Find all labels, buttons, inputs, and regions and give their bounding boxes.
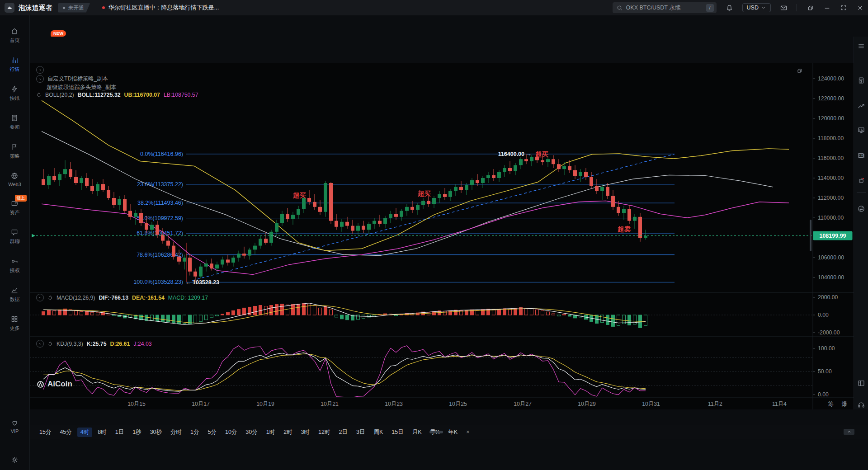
- window-close-icon[interactable]: [857, 5, 863, 11]
- rail-etf-icon[interactable]: ETF: [857, 151, 865, 160]
- sidebar-item-Web3[interactable]: Web3: [8, 172, 21, 187]
- sidebar-item-要闻[interactable]: 要闻: [8, 114, 21, 131]
- price-chart-svg[interactable]: 0.0%(116416.96)23.6%(113375.22)38.2%(111…: [30, 63, 854, 409]
- sidebar-item-行情[interactable]: 行情: [8, 56, 21, 73]
- currency-select[interactable]: USD: [742, 3, 771, 12]
- macd-title[interactable]: MACD(12,26,9): [57, 295, 95, 301]
- close-interval-bar-button[interactable]: ×: [463, 428, 472, 436]
- pl an-badge[interactable]: 未开通: [58, 3, 90, 13]
- kdj-k: K:25.75: [87, 341, 107, 347]
- bottom-interval-3日[interactable]: 3日: [353, 428, 368, 437]
- svg-text:114000.00: 114000.00: [818, 175, 844, 181]
- sidebar-item-资产[interactable]: 资产链上: [8, 199, 21, 216]
- bottom-interval-5分[interactable]: 5分: [204, 428, 219, 437]
- annotation-超买[interactable]: 超买: [292, 192, 307, 199]
- corner-toggle-爆[interactable]: 爆: [842, 401, 848, 407]
- time-axis[interactable]: 10月1510月1710月1910月2110月2310月2510月2710月29…: [127, 401, 847, 407]
- expand-strategies-button[interactable]: [36, 66, 44, 74]
- annotation-116400.00 →[interactable]: 116400.00 →: [498, 151, 532, 157]
- rail-robot-icon[interactable]: [857, 177, 865, 185]
- annotation-← 103528.23[interactable]: ← 103528.23: [185, 279, 219, 286]
- rail-headset-icon[interactable]: [857, 401, 865, 409]
- bottom-interval-月K[interactable]: 月K: [409, 428, 425, 437]
- sidebar-item-授权[interactable]: 授权: [8, 257, 21, 274]
- news-icon: [10, 114, 19, 122]
- search-input[interactable]: OKX BTC/USDT 永续 /: [613, 2, 717, 13]
- app-window: 泡沫追逐者 未开通 华尔街社区直播中：降息落地行情下跌是... OKX BTC/…: [0, 0, 868, 470]
- news-ticker[interactable]: 华尔街社区直播中：降息落地行情下跌是...: [108, 4, 219, 12]
- sidebar-item-数据[interactable]: 数据: [8, 286, 21, 303]
- bottom-interval-1分[interactable]: 1分: [187, 428, 202, 437]
- new-badge: NEW: [51, 30, 66, 37]
- svg-text:78.6%(106286.42): 78.6%(106286.42): [137, 252, 183, 258]
- strategy-1[interactable]: 自定义TD指标策略_副本: [47, 75, 108, 83]
- bottom-interval-3时[interactable]: 3时: [298, 428, 313, 437]
- alert-bell-icon[interactable]: [36, 92, 42, 98]
- sidebar-item-群聊[interactable]: 群聊: [8, 228, 21, 245]
- svg-text:-2000.00: -2000.00: [818, 329, 840, 336]
- kdj-title[interactable]: KDJ(9,3,3): [57, 341, 83, 347]
- app-title: 泡沫追逐者: [19, 4, 52, 12]
- window-minimize-icon[interactable]: [824, 5, 830, 11]
- bottom-interval-45分[interactable]: 45分: [57, 428, 75, 437]
- bottom-interval-15日[interactable]: 15日: [388, 428, 406, 437]
- sidebar-item-策略[interactable]: 策略: [8, 143, 21, 160]
- bollinger-bands: [42, 100, 789, 274]
- interval-scrollbar[interactable]: [429, 431, 443, 433]
- bottom-interval-30分[interactable]: 30分: [242, 428, 260, 437]
- caret-up-icon: [847, 429, 852, 434]
- fibonacci-levels[interactable]: 0.0%(116416.96)23.6%(113375.22)38.2%(111…: [133, 151, 675, 286]
- bottom-interval-8时[interactable]: 8时: [94, 428, 109, 437]
- bell-icon[interactable]: [726, 4, 733, 12]
- sidebar-item-vip[interactable]: VIP: [11, 419, 19, 434]
- bottom-interval-1时[interactable]: 1时: [263, 428, 278, 437]
- strategy-2[interactable]: 超级波段追踪多头策略_副本: [47, 84, 116, 91]
- bottom-interval-周K[interactable]: 周K: [370, 428, 386, 437]
- alert-bell-icon[interactable]: [47, 341, 53, 347]
- sidebar-item-快讯[interactable]: 快讯: [8, 85, 21, 102]
- sidebar-item-首页[interactable]: 首页: [8, 27, 21, 44]
- annotation-超卖[interactable]: 超卖: [617, 226, 631, 233]
- rail-trendup-icon[interactable]: [857, 102, 865, 110]
- rail-wallet2-icon[interactable]: [857, 76, 865, 85]
- boll-name[interactable]: BOLL(20,2): [45, 92, 74, 98]
- mail-icon[interactable]: [780, 4, 788, 12]
- collapse-kdj-button[interactable]: [36, 340, 44, 348]
- rail-menu-icon[interactable]: [857, 42, 865, 50]
- bottom-interval-12时[interactable]: 12时: [315, 428, 333, 437]
- rail-swap-icon[interactable]: [857, 205, 865, 213]
- collapse-macd-button[interactable]: [36, 294, 44, 301]
- annotation-超买[interactable]: 超买: [417, 190, 431, 197]
- window-restore-icon[interactable]: [807, 5, 814, 11]
- bottom-interval-分时[interactable]: 分时: [167, 428, 185, 437]
- bottom-interval-15分[interactable]: 15分: [36, 428, 54, 437]
- bottom-interval-2时[interactable]: 2时: [280, 428, 295, 437]
- svg-text:104000.00: 104000.00: [818, 274, 844, 281]
- gear-icon[interactable]: [11, 456, 19, 464]
- bottom-interval-10分[interactable]: 10分: [222, 428, 240, 437]
- chart-area[interactable]: 自定义TD指标策略_副本 超级波段追踪多头策略_副本 BOLL(20,2) BO…: [30, 63, 854, 409]
- bottom-interval-1秒[interactable]: 1秒: [129, 428, 144, 437]
- svg-text:106000.00: 106000.00: [818, 254, 844, 261]
- corner-toggle-筹[interactable]: 筹: [828, 401, 834, 407]
- rail-monitor-icon[interactable]: [857, 126, 865, 134]
- bottom-interval-年K[interactable]: 年K: [445, 428, 461, 437]
- alert-bell-icon[interactable]: [47, 295, 53, 301]
- app-logo-icon: [5, 3, 14, 13]
- bottom-interval-4时[interactable]: 4时: [77, 428, 92, 437]
- bottom-interval-1日[interactable]: 1日: [112, 428, 127, 437]
- collapse-panel-button[interactable]: [844, 429, 854, 435]
- sidebar-badge: 链上: [15, 195, 27, 202]
- market-icon: [10, 56, 19, 64]
- pane-maximize-icon[interactable]: [797, 68, 802, 74]
- collapse-indicators-button[interactable]: [36, 75, 44, 83]
- bottom-interval-2日[interactable]: 2日: [336, 428, 351, 437]
- annotation-超买[interactable]: 超买: [535, 150, 549, 158]
- bottom-interval-30秒[interactable]: 30秒: [147, 428, 165, 437]
- sidebar-item-更多[interactable]: 更多: [8, 315, 21, 332]
- window-maximize-icon[interactable]: [840, 5, 847, 11]
- rail-layout-icon[interactable]: [857, 379, 865, 387]
- svg-text:50.0%(109972.59): 50.0%(109972.59): [137, 215, 183, 221]
- svg-text:10月23: 10月23: [385, 401, 403, 407]
- trendline[interactable]: [192, 154, 675, 281]
